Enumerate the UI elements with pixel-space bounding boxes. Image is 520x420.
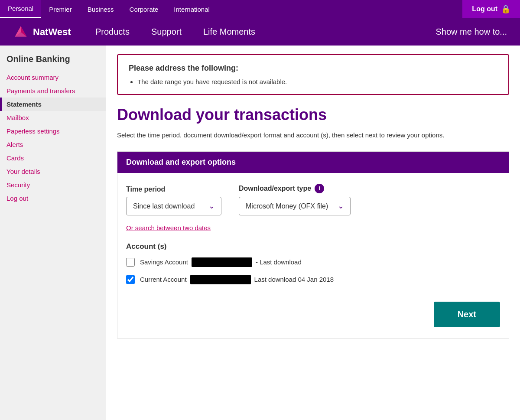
savings-account-item: Savings Account - Last download — [126, 257, 500, 267]
sidebar-navigation: Account summary Payments and transfers S… — [0, 71, 106, 205]
sidebar: Online Banking Account summary Payments … — [0, 46, 106, 420]
download-section: Download and export options Time period … — [117, 151, 509, 339]
current-account-type: Current Account — [140, 276, 187, 283]
savings-account-label: Savings Account - Last download — [140, 257, 302, 267]
export-type-label: Download/export type — [239, 185, 311, 192]
show-me-link[interactable]: Show me how to... — [436, 27, 507, 37]
nav-life-moments[interactable]: Life Moments — [203, 23, 255, 40]
nav-products[interactable]: Products — [95, 23, 130, 40]
main-header: NatWest Products Support Life Moments Sh… — [0, 18, 520, 46]
download-section-body: Time period Since last download Last 30 … — [117, 173, 509, 338]
sidebar-item-logout[interactable]: Log out — [0, 192, 106, 205]
export-type-select-wrapper: Microsoft Money (OFX file) Spreadsheet (… — [239, 197, 351, 215]
sidebar-item-mailbox[interactable]: Mailbox — [0, 111, 106, 124]
logo: NatWest — [13, 24, 78, 40]
next-button-row: Next — [126, 297, 500, 327]
page-description: Select the time period, document downloa… — [117, 130, 509, 140]
sidebar-heading: Online Banking — [0, 54, 106, 71]
savings-account-checkbox[interactable] — [126, 258, 135, 267]
sidebar-item-statements[interactable]: Statements — [0, 98, 106, 111]
top-nav-links: Personal Premier Business Corporate Inte… — [0, 0, 218, 18]
search-dates-link[interactable]: Or search between two dates — [126, 224, 211, 231]
export-type-group: Download/export type i Microsoft Money (… — [239, 184, 351, 215]
sidebar-item-payments-transfers[interactable]: Payments and transfers — [0, 84, 106, 98]
time-period-label: Time period — [126, 186, 221, 193]
sidebar-item-cards[interactable]: Cards — [0, 151, 106, 165]
sidebar-item-account-summary[interactable]: Account summary — [0, 71, 106, 84]
sidebar-item-your-details[interactable]: Your details — [0, 165, 106, 178]
sidebar-item-paperless-settings[interactable]: Paperless settings — [0, 124, 106, 138]
top-nav-international[interactable]: International — [166, 0, 218, 18]
current-account-number-redacted — [190, 275, 251, 284]
natwest-logo-icon — [13, 24, 29, 40]
main-content: Please address the following: The date r… — [106, 46, 520, 420]
main-navigation: Products Support Life Moments — [95, 23, 418, 40]
error-box: Please address the following: The date r… — [117, 54, 509, 95]
export-type-label-row: Download/export type i — [239, 184, 351, 193]
accounts-label: Account (s) — [126, 242, 500, 251]
top-nav-personal[interactable]: Personal — [0, 0, 41, 18]
time-period-group: Time period Since last download Last 30 … — [126, 186, 221, 215]
page-layout: Online Banking Account summary Payments … — [0, 46, 520, 420]
current-account-item: Current Account Last download 04 Jan 201… — [126, 275, 500, 284]
current-last-download: Last download 04 Jan 2018 — [254, 276, 334, 283]
current-account-label: Current Account Last download 04 Jan 201… — [140, 275, 334, 284]
time-period-select[interactable]: Since last download Last 30 days Last 60… — [126, 197, 221, 215]
download-section-header: Download and export options — [117, 152, 509, 173]
top-nav-corporate[interactable]: Corporate — [122, 0, 166, 18]
savings-account-type: Savings Account — [140, 258, 188, 266]
error-message: The date range you have requested is not… — [137, 78, 497, 85]
savings-last-download: - Last download — [256, 258, 302, 266]
time-period-select-wrapper: Since last download Last 30 days Last 60… — [126, 197, 221, 215]
form-row-period-type: Time period Since last download Last 30 … — [126, 184, 500, 215]
sidebar-item-alerts[interactable]: Alerts — [0, 138, 106, 151]
sidebar-item-security[interactable]: Security — [0, 178, 106, 192]
savings-account-number-redacted — [192, 257, 252, 267]
next-button[interactable]: Next — [434, 302, 500, 327]
error-heading: Please address the following: — [129, 64, 497, 73]
page-title: Download your transactions — [117, 106, 509, 124]
top-navigation-bar: Personal Premier Business Corporate Inte… — [0, 0, 520, 18]
top-nav-premier[interactable]: Premier — [41, 0, 80, 18]
logout-label: Log out — [472, 5, 497, 13]
logout-button[interactable]: Log out 🔒 — [462, 0, 520, 18]
nav-support[interactable]: Support — [151, 23, 182, 40]
lock-icon: 🔒 — [501, 4, 510, 14]
top-nav-business[interactable]: Business — [80, 0, 122, 18]
logo-text: NatWest — [33, 26, 71, 38]
export-type-select[interactable]: Microsoft Money (OFX file) Spreadsheet (… — [239, 197, 351, 215]
current-account-checkbox[interactable] — [126, 275, 135, 284]
info-icon[interactable]: i — [315, 184, 324, 193]
